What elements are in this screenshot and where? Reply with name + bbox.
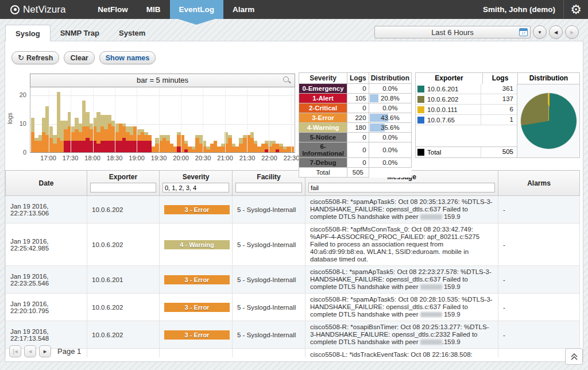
column-header-exporter[interactable]: Exporter [90,172,157,182]
tab-syslog[interactable]: Syslog [5,25,51,41]
exporter-row[interactable]: 10.0.0.111 6 [416,105,517,115]
severity-row[interactable]: 7-Debug 0 0.0% [299,158,412,168]
chart-plot-area [30,87,295,153]
exporter-ip[interactable]: 10.0.0.111 [427,106,481,113]
severity-label: 5-Notice [299,133,347,142]
top-navbar: NetVizura NetFlow MIB EventLog Alarm Smi… [0,0,588,19]
severity-panel: Severity Logs Distribution 0-Emergency 0… [299,72,412,178]
exporter-row[interactable]: 10.0.7.65 1 [416,115,517,125]
total-color-swatch [417,149,424,156]
severity-distribution: 43.6% [369,113,411,123]
refresh-button[interactable]: ↻ Refresh [11,51,59,64]
time-range-prev-button[interactable]: ◀ [549,25,563,39]
exporter-ip[interactable]: 10.0.6.202 [427,96,481,103]
severity-distribution: 0.0% [369,158,411,168]
syslog-bar-chart: bar = 5 minutes 20 10 0 logs 17:0017:301… [8,74,295,165]
log-alarms: - [498,266,580,294]
first-page-button[interactable]: |◂ [9,345,21,357]
exporter-filter-input[interactable] [90,183,156,192]
nav-item-netflow[interactable]: NetFlow [88,0,137,19]
user-name[interactable]: Smith, John (demo) [483,5,555,14]
log-row[interactable]: Jan 19 2016, 22:17:13.548 10.0.6.202 3 -… [6,321,580,349]
prev-page-button[interactable]: ◂ [24,345,36,357]
exporter-color-swatch [417,117,424,124]
severity-row[interactable]: 1-Alert 105 20.8% [299,94,412,103]
severity-row[interactable]: 3-Error 220 43.6% [299,113,412,123]
exporter-distribution-area [518,84,579,157]
log-alarms: - [498,196,580,223]
scroll-to-top-button[interactable] [565,348,583,365]
column-header-date[interactable]: Date [8,178,84,188]
log-severity: 4 - Warning [160,223,233,266]
log-exporter: 10.0.6.202 [87,294,160,321]
severity-logs: 105 [347,94,369,103]
log-exporter: 10.0.6.202 [87,196,160,223]
severity-row[interactable]: 2-Critical 0 0.0% [299,103,412,113]
nav-item-eventlog[interactable]: EventLog [170,0,224,19]
netvizura-logo[interactable]: NetVizura [10,4,65,16]
time-range-next-button[interactable]: ▶ [565,25,579,39]
severity-row[interactable]: 5-Notice 0 0.0% [299,133,412,142]
column-header-alarms[interactable]: Alarms [501,178,577,188]
severity-distribution-header: Distribution [369,73,411,84]
severity-row[interactable]: 4-Warning 180 35.6% [299,123,412,133]
exporter-ip[interactable]: 10.0.6.201 [427,86,481,92]
log-row[interactable]: Jan 19 2016, 22:23:25.546 10.0.6.201 3 -… [6,266,580,294]
tab-system[interactable]: System [109,25,155,41]
time-range-dropdown-button[interactable]: ▼ [533,25,547,39]
redacted-text [420,312,442,317]
log-row[interactable]: Jan 19 2016, 22:25:42.985 10.0.6.202 4 -… [6,223,580,266]
next-page-button[interactable]: ▸ [39,345,51,357]
severity-distribution: 35.6% [369,123,411,133]
severity-distribution: 20.8% [369,94,411,103]
nav-item-alarm[interactable]: Alarm [223,0,264,19]
time-range-select[interactable]: Last 6 Hours [374,26,531,38]
time-range-bar: Last 6 Hours ▼ ◀ ▶ [374,25,579,39]
tab-snmp-trap[interactable]: SNMP Trap [51,25,109,41]
log-message: cisco5508-R: *spamApTask5: Oct 08 20:28:… [305,294,498,321]
exporter-table-header: Exporter Logs Distribution [416,73,579,84]
exporter-color-swatch [417,106,424,113]
log-message: cisco5508-L: *spamApTask5: Oct 08 22:23:… [305,266,498,294]
severity-table: Severity Logs Distribution 0-Emergency 0… [299,72,412,178]
eye-logo-icon [10,5,20,14]
severity-label: 4-Warning [299,123,347,133]
exporter-row[interactable]: 10.0.6.201 361 [416,84,517,94]
clear-button[interactable]: Clear [64,51,94,64]
refresh-label: Refresh [26,54,53,62]
column-header-facility[interactable]: Facility [235,172,303,182]
page-indicator: Page 1 [57,347,81,356]
log-row[interactable]: Jan 19 2016, 22:27:13.506 10.0.6.202 3 -… [6,196,580,223]
nav-item-mib[interactable]: MIB [137,0,170,19]
log-row[interactable]: Jan 19 2016, 22:16:36.502 10.0.6.201 4 -… [6,349,580,358]
facility-filter-input[interactable] [235,183,302,192]
log-severity: 3 - Error [160,266,233,294]
severity-logs: 180 [347,123,369,133]
severity-distribution: 0.0% [369,84,411,94]
severity-badge: 3 - Error [164,205,230,214]
exporter-ip[interactable]: 10.0.7.65 [427,117,481,124]
clear-label: Clear [70,54,88,62]
exporter-logs: 361 [481,84,517,94]
exporter-row[interactable]: 10.0.6.202 137 [416,94,517,105]
magnifier-icon[interactable] [283,76,292,85]
redacted-text [420,340,442,345]
severity-row[interactable]: 0-Emergency 0 0.0% [299,84,412,94]
severity-filter-input[interactable] [163,183,229,192]
netvizura-eventlog-screen: NetVizura NetFlow MIB EventLog Alarm Smi… [0,0,588,370]
severity-label: 0-Emergency [299,84,347,94]
exporter-logs: 6 [481,105,517,114]
show-names-button[interactable]: Show names [99,51,156,64]
pagination: |◂ ◂ ▸ Page 1 [9,345,81,357]
y-tick-0: 0 [11,149,26,156]
column-header-severity[interactable]: Severity [162,172,230,182]
log-message: cisco5508-R: *spamApTask5: Oct 08 20:35:… [305,196,498,223]
calendar-icon[interactable] [519,28,528,36]
log-row[interactable]: Jan 19 2016, 22:20:10.795 10.0.6.202 3 -… [6,294,580,321]
severity-label: 3-Error [299,113,347,123]
exporter-logs-header: Logs [483,73,518,84]
log-facility: 5 - Syslogd-Internall [233,349,305,358]
settings-gear-icon[interactable]: ⚙ [564,0,588,19]
message-filter-input[interactable] [308,183,495,192]
severity-row[interactable]: 6-Informational 0 0.0% [299,142,412,158]
